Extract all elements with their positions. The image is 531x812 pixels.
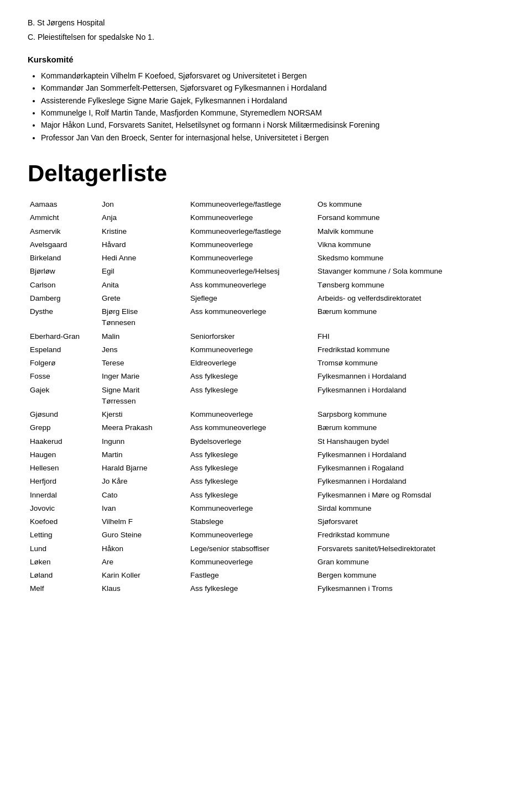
table-row: GreppMeera PrakashAss kommuneoverlegeBær…	[28, 421, 503, 434]
last-name: Avelsgaard	[28, 238, 100, 252]
last-name: Fosse	[28, 370, 100, 383]
role: Seniorforsker	[188, 330, 315, 343]
role: Ass fylkeslege	[188, 475, 315, 488]
table-row: LettingGuro SteineKommuneoverlegeFredrik…	[28, 528, 503, 542]
last-name: Dysthe	[28, 305, 100, 330]
last-name: Gjøsund	[28, 408, 100, 421]
role: Sjeflege	[188, 292, 315, 305]
delta-title: Deltagerliste	[28, 160, 503, 187]
role: Kommuneoverlege	[188, 502, 315, 515]
place: Bergen kommune	[315, 569, 503, 582]
role: Ass fylkeslege	[188, 462, 315, 475]
role: Stabslege	[188, 515, 315, 528]
table-row: Eberhard-GranMalinSeniorforskerFHI	[28, 330, 503, 343]
table-row: AmmichtAnjaKommuneoverlegeForsand kommun…	[28, 211, 503, 224]
place: Forsand kommune	[315, 211, 503, 224]
role: Kommuneoverlege/fastlege	[188, 198, 315, 211]
last-name: Carlson	[28, 279, 100, 292]
last-name: Bjørløw	[28, 265, 100, 278]
place: Fylkesmannen i Troms	[315, 582, 503, 595]
last-name: Espeland	[28, 343, 100, 357]
kurskomite-list: Kommandørkaptein Vilhelm F Koefoed, Sjøf…	[28, 70, 503, 144]
table-row: LundHåkonLege/senior stabsoffiserForsvar…	[28, 542, 503, 556]
first-name: Cato	[100, 489, 188, 502]
last-name: Folgerø	[28, 357, 100, 370]
last-name: Birkeland	[28, 252, 100, 265]
role: Kommuneoverlege	[188, 556, 315, 569]
role: Eldreoverlege	[188, 357, 315, 370]
last-name: Grepp	[28, 421, 100, 434]
last-name: Haakerud	[28, 435, 100, 448]
place: Bærum kommune	[315, 305, 503, 330]
first-name: Karin Koller	[100, 569, 188, 582]
last-name: Asmervik	[28, 225, 100, 238]
table-row: DambergGreteSjeflegeArbeids- og velferds…	[28, 292, 503, 305]
kurskomite-member: Kommandør Jan Sommerfelt-Pettersen, Sjøf…	[41, 82, 503, 94]
first-name: Meera Prakash	[100, 421, 188, 434]
role: Ass fylkeslege	[188, 370, 315, 383]
role: Ass fylkeslege	[188, 582, 315, 595]
top-item-c: C. Pleiestiftelsen for spedalske No 1.	[28, 31, 503, 43]
role: Kommuneoverlege	[188, 238, 315, 252]
table-row: MelfKlausAss fylkeslegeFylkesmannen i Tr…	[28, 582, 503, 595]
last-name: Letting	[28, 528, 100, 542]
table-row: BjørløwEgilKommuneoverlege/HelsesjStavan…	[28, 265, 503, 278]
table-row: HaugenMartinAss fylkeslegeFylkesmannen i…	[28, 448, 503, 462]
table-row: HaakerudIngunnBydelsoverlegeSt Hanshauge…	[28, 435, 503, 448]
table-row: EspelandJensKommuneoverlegeFredrikstad k…	[28, 343, 503, 357]
first-name: Vilhelm F	[100, 515, 188, 528]
role: Kommuneoverlege	[188, 252, 315, 265]
first-name: Jens	[100, 343, 188, 357]
role: Kommuneoverlege/Helsesj	[188, 265, 315, 278]
last-name: Haugen	[28, 448, 100, 462]
first-name: Hedi Anne	[100, 252, 188, 265]
table-row: BirkelandHedi AnneKommuneoverlegeSkedsmo…	[28, 252, 503, 265]
table-row: HerfjordJo KåreAss fylkeslegeFylkesmanne…	[28, 475, 503, 488]
first-name: Anita	[100, 279, 188, 292]
place: Fylkesmannen i Møre og Romsdal	[315, 489, 503, 502]
last-name: Gajek	[28, 384, 100, 408]
place: Sjøforsvaret	[315, 515, 503, 528]
kurskomite-member: Professor Jan Van den Broeck, Senter for…	[41, 132, 503, 144]
first-name: Jo Kåre	[100, 475, 188, 488]
place: Fylkesmannen i Hordaland	[315, 448, 503, 462]
first-name: Are	[100, 556, 188, 569]
top-item-b: B. St Jørgens Hospital	[28, 17, 503, 29]
role: Ass fylkeslege	[188, 489, 315, 502]
last-name: Eberhard-Gran	[28, 330, 100, 343]
place: Stavanger kommune / Sola kommune	[315, 265, 503, 278]
first-name: Inger Marie	[100, 370, 188, 383]
first-name: Ivan	[100, 502, 188, 515]
last-name: Hellesen	[28, 462, 100, 475]
role: Fastlege	[188, 569, 315, 582]
table-row: LølandKarin KollerFastlegeBergen kommune	[28, 569, 503, 582]
place: St Hanshaugen bydel	[315, 435, 503, 448]
table-row: JovovicIvanKommuneoverlegeSirdal kommune	[28, 502, 503, 515]
first-name: Harald Bjarne	[100, 462, 188, 475]
place: Fredrikstad kommune	[315, 528, 503, 542]
place: Fylkesmannen i Hordaland	[315, 384, 503, 408]
table-row: AamaasJonKommuneoverlege/fastlegeOs komm…	[28, 198, 503, 211]
kurskomite-member: Kommunelge I, Rolf Martin Tande, Masfjor…	[41, 107, 503, 119]
place: Os kommune	[315, 198, 503, 211]
place: Fylkesmannen i Hordaland	[315, 370, 503, 383]
first-name: Kristine	[100, 225, 188, 238]
place: Vikna kommune	[315, 238, 503, 252]
kurskomite-member: Major Håkon Lund, Forsvarets Sanitet, He…	[41, 119, 503, 131]
last-name: Herfjord	[28, 475, 100, 488]
first-name: Grete	[100, 292, 188, 305]
place: Sirdal kommune	[315, 502, 503, 515]
role: Kommuneoverlege/fastlege	[188, 225, 315, 238]
last-name: Koefoed	[28, 515, 100, 528]
first-name: Anja	[100, 211, 188, 224]
first-name: Guro Steine	[100, 528, 188, 542]
first-name: Signe Marit Tørressen	[100, 384, 188, 408]
role: Ass fylkeslege	[188, 448, 315, 462]
place: Arbeids- og velferdsdirektoratet	[315, 292, 503, 305]
table-row: FolgerøTereseEldreoverlegeTromsø kommune	[28, 357, 503, 370]
first-name: Jon	[100, 198, 188, 211]
table-row: CarlsonAnitaAss kommuneoverlegeTønsberg …	[28, 279, 503, 292]
role: Ass fylkeslege	[188, 384, 315, 408]
first-name: Bjørg Elise Tønnesen	[100, 305, 188, 330]
table-row: GajekSigne Marit TørressenAss fylkeslege…	[28, 384, 503, 408]
